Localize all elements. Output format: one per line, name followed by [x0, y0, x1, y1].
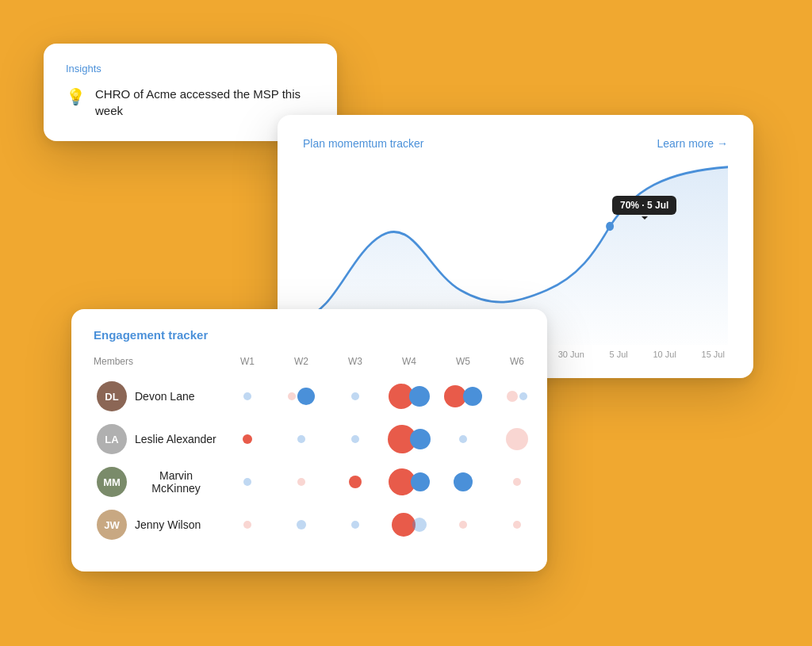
learn-more-link[interactable]: Learn more → [657, 137, 728, 150]
devon-w5 [436, 375, 490, 418]
lightbulb-icon: 💡 [66, 87, 86, 106]
leslie-w6 [490, 418, 544, 461]
col-w4: W4 [382, 356, 436, 375]
col-w6: W6 [490, 356, 544, 375]
marvin-w4 [382, 461, 436, 503]
insights-text: CHRO of Acme accessed the MSP this week [95, 86, 315, 119]
devon-w6 [490, 375, 544, 418]
table-row: LA Leslie Alexander [94, 418, 544, 461]
marvin-w5 [436, 461, 490, 503]
leslie-w5 [436, 418, 490, 461]
devon-w3 [328, 375, 382, 418]
col-w5: W5 [436, 356, 490, 375]
jenny-w4 [382, 503, 436, 546]
table-header-row: Members W1 W2 W3 W4 W5 W6 [94, 356, 544, 375]
chart-label-7: 5 Jul [609, 350, 627, 359]
col-members: Members [94, 356, 220, 375]
table-row: JW Jenny Wilson [94, 503, 544, 546]
jenny-w5 [436, 503, 490, 546]
member-cell-leslie: LA Leslie Alexander [94, 418, 220, 461]
marvin-w3 [328, 461, 382, 503]
scene: Insights 💡 CHRO of Acme accessed the MSP… [0, 0, 812, 646]
chart-tooltip: 70% · 5 Jul [612, 196, 676, 215]
col-w1: W1 [220, 356, 274, 375]
leslie-w4 [382, 418, 436, 461]
avatar-marvin: MM [97, 467, 127, 497]
member-cell-jenny: JW Jenny Wilson [94, 503, 220, 546]
leslie-w2 [274, 418, 328, 461]
col-w3: W3 [328, 356, 382, 375]
jenny-w1 [220, 503, 274, 546]
jenny-w6 [490, 503, 544, 546]
member-name-devon: Devon Lane [135, 390, 195, 403]
devon-w2 [274, 375, 328, 418]
leslie-w1 [220, 418, 274, 461]
member-cell-devon: DL Devon Lane [94, 375, 220, 418]
tracker-title: Plan momemtum tracker [303, 137, 423, 150]
chart-label-9: 15 Jul [702, 350, 725, 359]
member-name-jenny: Jenny Wilson [135, 518, 201, 531]
member-name-marvin: Marvin McKinney [135, 469, 217, 495]
table-row: DL Devon Lane [94, 375, 544, 418]
member-cell-marvin: MM Marvin McKinney [94, 461, 220, 503]
member-name-leslie: Leslie Alexander [135, 433, 216, 445]
marvin-w6 [490, 461, 544, 503]
devon-w4 [382, 375, 436, 418]
tracker-header: Plan momemtum tracker Learn more → [303, 137, 728, 150]
marvin-w2 [274, 461, 328, 503]
table-row: MM Marvin McKinney [94, 461, 544, 503]
chart-label-6: 30 Jun [558, 350, 584, 359]
jenny-w3 [328, 503, 382, 546]
devon-w1 [220, 375, 274, 418]
leslie-w3 [328, 418, 382, 461]
col-w2: W2 [274, 356, 328, 375]
insights-label: Insights [66, 63, 315, 75]
engagement-card: Engagement tracker Members W1 W2 W3 W4 W… [71, 309, 547, 571]
chart-point [606, 222, 614, 231]
engagement-table: Members W1 W2 W3 W4 W5 W6 DL Devon Lane [94, 356, 544, 546]
avatar-leslie: LA [97, 424, 127, 454]
avatar-jenny: JW [97, 510, 127, 540]
insights-content: 💡 CHRO of Acme accessed the MSP this wee… [66, 86, 315, 119]
avatar-devon: DL [97, 381, 127, 411]
marvin-w1 [220, 461, 274, 503]
jenny-w2 [274, 503, 328, 546]
engagement-title: Engagement tracker [94, 328, 525, 342]
chart-label-8: 10 Jul [653, 350, 676, 359]
